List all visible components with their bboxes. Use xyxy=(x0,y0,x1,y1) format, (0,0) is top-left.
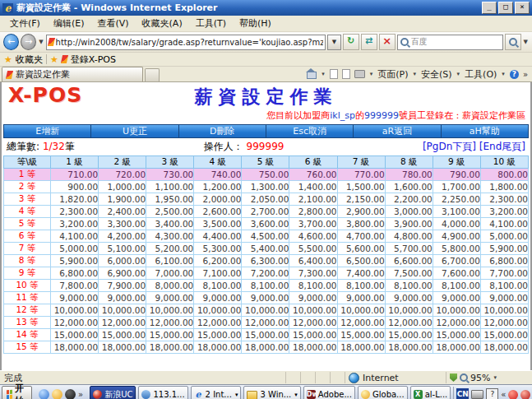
grade-cell[interactable]: 2,100.00 xyxy=(289,193,337,206)
grade-cell[interactable]: 7,000.00 xyxy=(146,267,194,280)
row-label[interactable]: 11 等 xyxy=(4,292,51,304)
taskbar-button[interactable]: 3 Win...▾ xyxy=(243,386,300,399)
grade-cell[interactable]: 9,000.00 xyxy=(194,292,242,304)
row-label[interactable]: 14 等 xyxy=(4,329,51,341)
grade-cell[interactable]: 3,900.00 xyxy=(385,218,433,230)
grade-cell[interactable]: 3,300.00 xyxy=(99,218,146,230)
grade-cell[interactable]: 3,500.00 xyxy=(194,218,242,230)
menu-item[interactable]: 文件(F) xyxy=(3,16,47,30)
grade-cell[interactable]: 3,000.00 xyxy=(385,206,433,218)
row-label[interactable]: 7 等 xyxy=(4,243,51,255)
grade-cell[interactable]: 4,300.00 xyxy=(146,230,194,243)
favorite-item-xpos[interactable]: 登錄X-POS xyxy=(71,53,116,66)
grade-cell[interactable]: 15,000.00 xyxy=(337,329,385,341)
grade-cell[interactable]: 2,300.00 xyxy=(480,193,528,206)
grade-cell[interactable]: 6,700.00 xyxy=(433,255,480,267)
search-input[interactable]: 百度 xyxy=(397,35,504,50)
grade-cell[interactable]: 4,100.00 xyxy=(51,230,99,243)
back-button[interactable]: ← xyxy=(3,34,19,50)
grade-cell[interactable]: 2,050.00 xyxy=(242,193,289,206)
url-text[interactable]: http://win2008/tw/salary/grade.asp?retur… xyxy=(56,38,324,47)
grade-cell[interactable]: 9,000.00 xyxy=(433,292,480,304)
page-menu[interactable]: 页面(P) xyxy=(377,68,408,81)
grade-cell[interactable]: 15,000.00 xyxy=(242,329,289,341)
grade-cell[interactable]: 10,000.00 xyxy=(480,304,528,317)
tools-dropdown-icon[interactable]: ▾ xyxy=(501,71,506,77)
grade-cell[interactable]: 1,600.00 xyxy=(385,181,433,193)
print-icon[interactable] xyxy=(354,70,365,78)
quicklaunch-app-icon[interactable] xyxy=(39,389,49,399)
grade-cell[interactable]: 4,200.00 xyxy=(99,230,146,243)
grade-cell[interactable]: 2,600.00 xyxy=(194,206,242,218)
grade-cell[interactable]: 15,000.00 xyxy=(51,329,99,341)
collapse-tray-icon[interactable]: « xyxy=(501,390,506,399)
row-label[interactable]: 4 等 xyxy=(4,206,51,218)
grade-cell[interactable]: 10,000.00 xyxy=(337,304,385,317)
zoom-level[interactable]: 95% xyxy=(470,373,490,383)
qq-icon[interactable] xyxy=(65,389,76,399)
grade-cell[interactable]: 1,300.00 xyxy=(242,181,289,193)
grade-cell[interactable]: 1,500.00 xyxy=(337,181,385,193)
grade-cell[interactable]: 18,000.00 xyxy=(337,341,385,354)
taskbar-button[interactable]: 113.1... xyxy=(138,386,187,399)
grade-cell[interactable]: 5,300.00 xyxy=(194,243,242,255)
grade-cell[interactable]: 1,900.00 xyxy=(99,193,146,206)
grade-cell[interactable]: 1,950.00 xyxy=(146,193,194,206)
grade-cell[interactable]: 10,000.00 xyxy=(146,304,194,317)
grade-cell[interactable]: 8,100.00 xyxy=(480,280,528,292)
grade-cell[interactable]: 5,200.00 xyxy=(146,243,194,255)
grade-cell[interactable]: 2,250.00 xyxy=(433,193,480,206)
row-label[interactable]: 2 等 xyxy=(4,181,51,193)
taskbar-button[interactable]: Globa... xyxy=(358,386,408,399)
grade-cell[interactable]: 18,000.00 xyxy=(289,341,337,354)
grade-cell[interactable]: 3,700.00 xyxy=(289,218,337,230)
grade-cell[interactable]: 1,700.00 xyxy=(433,181,480,193)
grade-cell[interactable]: 2,000.00 xyxy=(194,193,242,206)
grade-cell[interactable]: 5,600.00 xyxy=(337,243,385,255)
grade-cell[interactable]: 9,000.00 xyxy=(51,292,99,304)
grade-cell[interactable]: 3,200.00 xyxy=(480,206,528,218)
grade-cell[interactable]: 12,000.00 xyxy=(385,317,433,329)
taskbar-button[interactable]: DwAdobe... xyxy=(303,386,355,399)
read-mail-icon[interactable] xyxy=(342,69,350,79)
grade-cell[interactable]: 2,700.00 xyxy=(242,206,289,218)
grade-cell[interactable]: 10,000.00 xyxy=(99,304,146,317)
grade-cell[interactable]: 6,600.00 xyxy=(385,255,433,267)
grade-cell[interactable]: 9,000.00 xyxy=(242,292,289,304)
language-indicator[interactable]: CN xyxy=(456,388,469,399)
grade-cell[interactable]: 18,000.00 xyxy=(480,341,528,354)
grade-cell[interactable]: 5,500.00 xyxy=(289,243,337,255)
taskbar-button-dropdown-icon[interactable]: ▾ xyxy=(294,392,298,398)
toolbar-button[interactable]: aR返回 xyxy=(353,125,440,137)
grade-cell[interactable]: 9,000.00 xyxy=(99,292,146,304)
grade-cell[interactable]: 15,000.00 xyxy=(99,329,146,341)
tab-salary-setting[interactable]: 薪資設定作業 xyxy=(2,67,143,81)
grade-cell[interactable]: 15,000.00 xyxy=(385,329,433,341)
grade-cell[interactable]: 15,000.00 xyxy=(146,329,194,341)
toolbar-button[interactable]: aH幫助 xyxy=(441,125,528,137)
grade-cell[interactable]: 4,800.00 xyxy=(385,230,433,243)
history-dropdown-icon[interactable]: ▼ xyxy=(38,39,44,45)
grade-cell[interactable]: 6,300.00 xyxy=(242,255,289,267)
grade-cell[interactable]: 4,900.00 xyxy=(433,230,480,243)
grade-cell[interactable]: 18,000.00 xyxy=(194,341,242,354)
end-link[interactable]: [End尾頁] xyxy=(479,141,525,152)
grade-cell[interactable]: 4,600.00 xyxy=(289,230,337,243)
grade-cell[interactable]: 8,100.00 xyxy=(433,280,480,292)
taskbar-button[interactable]: 新浪UC xyxy=(90,386,136,399)
grade-cell[interactable]: 1,800.00 xyxy=(480,181,528,193)
zoom-control[interactable]: 95% ▾ xyxy=(446,372,532,383)
grade-cell[interactable]: 5,800.00 xyxy=(433,243,480,255)
grade-cell[interactable]: 4,500.00 xyxy=(242,230,289,243)
go-compatibility-button[interactable]: ⇄ xyxy=(361,34,377,50)
grade-cell[interactable]: 9,000.00 xyxy=(480,292,528,304)
menu-item[interactable]: 工具(T) xyxy=(189,16,233,30)
grade-cell[interactable]: 10,000.00 xyxy=(385,304,433,317)
grade-cell[interactable]: 15,000.00 xyxy=(480,329,528,341)
maximize-button[interactable]: □ xyxy=(498,2,513,14)
grade-cell[interactable]: 5,700.00 xyxy=(385,243,433,255)
tools-menu[interactable]: 工具(O) xyxy=(465,68,497,81)
grade-cell[interactable]: 8,100.00 xyxy=(385,280,433,292)
grade-cell[interactable]: 12,000.00 xyxy=(337,317,385,329)
grade-cell[interactable]: 790.00 xyxy=(433,169,480,181)
